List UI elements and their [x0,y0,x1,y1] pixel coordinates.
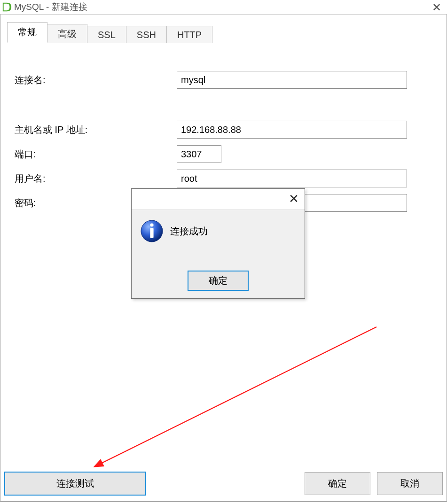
svg-rect-5 [150,228,153,238]
title-bar: MySQL - 新建连接 ✕ [0,0,447,14]
cancel-button[interactable]: 取消 [377,472,443,495]
popup-footer: 确定 [132,271,305,291]
ok-button[interactable]: 确定 [305,472,370,495]
window-close-icon[interactable]: ✕ [432,1,441,14]
row-host: 主机名或 IP 地址: [15,121,432,139]
row-connection-name: 连接名: [15,71,432,89]
row-port: 端口: [15,145,432,163]
popup-titlebar: ✕ [132,189,305,210]
row-username: 用户名: [15,170,432,187]
popup-message: 连接成功 [170,225,208,238]
tab-http[interactable]: HTTP [166,26,212,43]
tab-ssl[interactable]: SSL [87,26,126,43]
window-title: MySQL - 新建连接 [14,1,87,13]
input-host[interactable] [177,121,407,139]
window-body: 常规 高级 SSL SSH HTTP 连接名: 主机名或 IP 地址: 端口: … [0,14,447,502]
tab-underline [4,43,443,43]
tab-ssh[interactable]: SSH [126,26,167,43]
popup-body: 连接成功 [132,210,305,248]
svg-point-4 [150,223,153,226]
label-host: 主机名或 IP 地址: [15,124,177,136]
input-port[interactable] [177,145,221,163]
info-icon [140,219,164,243]
input-connection-name[interactable] [177,71,407,89]
svg-line-2 [102,327,376,463]
tab-general[interactable]: 常规 [7,22,47,43]
label-port: 端口: [15,148,177,161]
label-connection-name: 连接名: [15,74,177,86]
bottom-bar: 连接测试 确定 取消 [4,472,443,496]
label-username: 用户名: [15,172,177,185]
popup-close-icon[interactable]: ✕ [289,192,299,206]
popup-dialog: ✕ 连接成功 确定 [131,188,305,299]
tab-advanced[interactable]: 高级 [47,24,87,43]
app-icon [2,2,12,12]
test-connection-button[interactable]: 连接测试 [4,472,146,496]
input-username[interactable] [177,170,407,187]
popup-ok-button[interactable]: 确定 [188,271,249,291]
tab-bar: 常规 高级 SSL SSH HTTP [7,24,212,43]
